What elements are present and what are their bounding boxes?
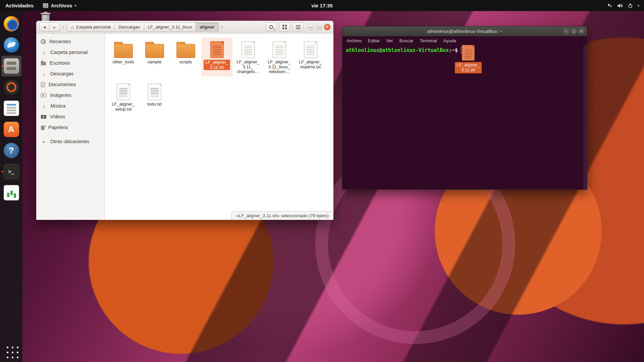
dock-item-files[interactable] (1, 56, 21, 76)
file-tile-setup[interactable]: LF_aligner_ setup.txt (108, 80, 139, 114)
file-tile-sample[interactable]: sample (139, 38, 170, 76)
activities-button[interactable]: Actividades (0, 0, 39, 11)
top-bar: Actividades Archivos ▾ vie 17:35 ▾ (0, 0, 644, 11)
home-icon: ⌂ (71, 24, 74, 29)
forward-button[interactable]: ► (50, 22, 60, 32)
close-button[interactable]: ✕ (324, 24, 330, 30)
file-tile-other-tools[interactable]: other_tools (108, 38, 139, 76)
terminal-title: athlonlinux@athlonlinux-VirtualBox: ~ (427, 29, 502, 34)
file-tile-changelog[interactable]: LF_aligner_ 3.11_ changelo… (232, 38, 264, 76)
back-button[interactable]: ◄ (39, 22, 50, 32)
menu-editar[interactable]: Editar (368, 38, 380, 43)
chevron-down-icon: ▾ (638, 4, 639, 7)
ubuntu-software-icon (4, 122, 19, 137)
minimize-button[interactable]: — (563, 28, 569, 34)
terminal-window-controls: — ▢ ✕ (563, 26, 584, 36)
clock[interactable]: vie 17:35 (311, 3, 332, 8)
video-icon (41, 115, 46, 119)
dock-item-libreoffice-calc[interactable] (1, 182, 21, 203)
terminal-prompt-user: athlonlinux@athlonlinux-VirtualBox (346, 47, 449, 53)
dock (0, 11, 22, 362)
sidebar-item-imagenes[interactable]: Imágenes (36, 90, 105, 101)
menu-terminal[interactable]: Terminal (420, 38, 437, 43)
view-grid-button[interactable] (279, 22, 290, 32)
file-tile-todo[interactable]: todo.txt (139, 80, 170, 114)
sidebar-item-documentos[interactable]: Documentos (36, 79, 105, 90)
system-status-area[interactable]: ▾ (607, 3, 644, 8)
dock-item-ubuntu-software[interactable] (1, 119, 21, 140)
network-icon (607, 3, 612, 8)
headerbar-actions: — ▢ ✕ (266, 22, 330, 32)
dock-item-terminal[interactable] (1, 161, 21, 182)
file-tile-lf-aligner-sh[interactable]: LF_aligner_ 3.11.sh (201, 38, 232, 76)
home-icon: ⌂ (41, 50, 47, 55)
files-sidebar: Recientes ⌂Carpeta personal Escritorio ↓… (36, 34, 105, 220)
path-scroll-left-icon[interactable]: ‹ (62, 24, 65, 29)
sidebar-item-carpeta-personal[interactable]: ⌂Carpeta personal (36, 47, 105, 58)
document-icon (41, 82, 45, 87)
file-tile-scripts[interactable]: scripts (170, 38, 201, 76)
maximize-button[interactable]: ▢ (571, 28, 577, 34)
search-icon (269, 25, 273, 29)
search-button[interactable] (266, 22, 277, 32)
breadcrumb-descargas[interactable]: Descargas (115, 22, 144, 32)
dock-item-libreoffice-writer[interactable] (1, 98, 21, 119)
breadcrumb-aligner[interactable]: aligner (196, 22, 218, 32)
sidebar-item-recientes[interactable]: Recientes (36, 36, 105, 47)
dock-item-show-applications[interactable] (1, 341, 21, 362)
terminal-icon (4, 164, 19, 179)
menu-buscar[interactable]: Buscar (399, 38, 414, 43)
folder-icon (176, 44, 195, 58)
menu-button[interactable] (292, 22, 304, 32)
chevron-down-icon: ▾ (74, 4, 76, 7)
breadcrumb-lf-aligner-linux[interactable]: LF_aligner_3.11_linux (144, 22, 196, 32)
minimize-button[interactable]: — (308, 24, 314, 30)
trash-lid-icon (41, 13, 51, 14)
maximize-button[interactable]: ▢ (316, 24, 322, 30)
text-file-icon (148, 83, 161, 100)
dock-item-firefox[interactable] (1, 13, 21, 34)
sidebar-item-papelera[interactable]: Papelera (36, 122, 105, 133)
sidebar-item-musica[interactable]: ♪Música (36, 101, 105, 111)
sidebar-item-descargas[interactable]: ↓Descargas (36, 68, 105, 79)
terminal-titlebar[interactable]: athlonlinux@athlonlinux-VirtualBox: ~ — … (342, 26, 587, 36)
sidebar-item-escritorio[interactable]: Escritorio (36, 58, 105, 68)
breadcrumb-home[interactable]: ⌂ Carpeta personal (67, 22, 115, 32)
dock-item-help[interactable] (1, 140, 21, 161)
text-file-icon (273, 41, 286, 58)
file-tile-releasenotes[interactable]: LF_aligner_ 3.11_linux_ releasen… (264, 38, 295, 76)
power-icon (628, 3, 633, 8)
show-applications-icon (4, 344, 18, 358)
dock-item-rhythmbox[interactable] (1, 77, 21, 98)
script-file-icon (210, 41, 224, 58)
sidebar-item-videos[interactable]: Vídeos (36, 111, 105, 122)
window-controls: — ▢ ✕ (308, 24, 330, 30)
music-icon: ♪ (41, 104, 47, 109)
menu-ayuda[interactable]: Ayuda (443, 38, 456, 43)
terminal-scrollbar[interactable] (583, 45, 587, 189)
files-app-icon (43, 3, 48, 8)
drag-ghost-label: LF_aligner_ 3.11.sh (455, 62, 482, 73)
folder-icon (114, 44, 133, 58)
folder-icon (145, 44, 164, 58)
menu-ver[interactable]: Ver (386, 38, 393, 43)
file-list-area[interactable]: other_tools sample scripts LF_aligner_ 3… (105, 34, 333, 220)
path-scroll-right-icon[interactable]: › (221, 24, 223, 29)
app-menu[interactable]: Archivos ▾ (39, 0, 80, 11)
status-bar: «LF_aligner_3.11.sh» seleccionado (79 by… (231, 211, 333, 220)
dock-item-thunderbird[interactable] (1, 35, 21, 55)
app-menu-label: Archivos (51, 3, 72, 8)
desktop-folder-icon (41, 62, 46, 65)
file-tile-readme[interactable]: LF_aligner_ readme.txt (295, 38, 326, 76)
files-icon (4, 58, 19, 74)
firefox-icon (4, 16, 19, 32)
libreoffice-writer-icon (4, 101, 19, 116)
close-button[interactable]: ✕ (579, 28, 584, 34)
script-file-icon (462, 45, 475, 61)
sidebar-item-otras-ubicaciones[interactable]: +Otras ubicaciones (36, 136, 105, 147)
files-body: Recientes ⌂Carpeta personal Escritorio ↓… (36, 34, 333, 220)
menu-archivo[interactable]: Archivo (346, 38, 362, 43)
running-indicator (2, 65, 3, 67)
libreoffice-calc-icon (4, 185, 19, 200)
help-icon (4, 143, 19, 158)
